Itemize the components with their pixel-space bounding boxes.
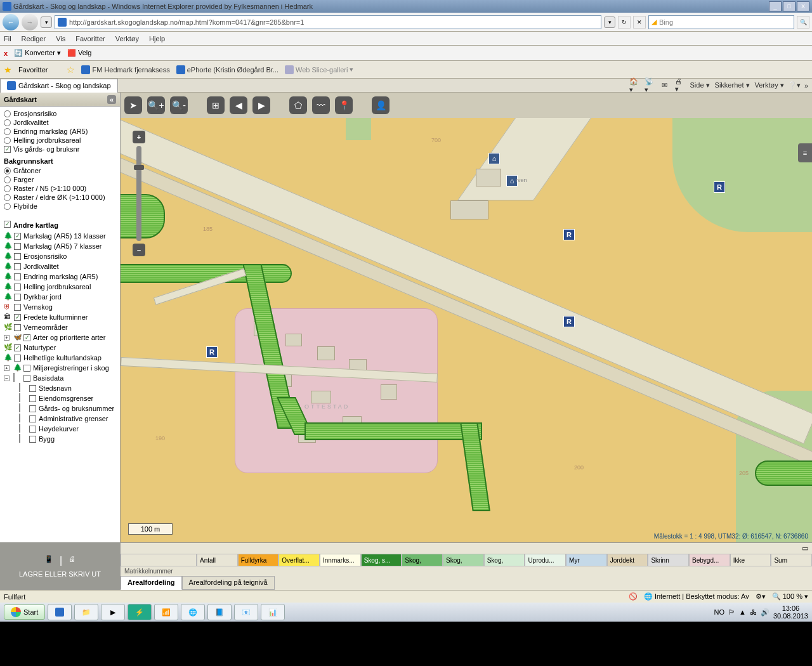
radio-rasterok[interactable]	[4, 194, 11, 201]
expand-basis[interactable]: −	[4, 375, 10, 381]
task-app2[interactable]: 📘	[207, 604, 232, 620]
tray-network-icon[interactable]: 🖧	[750, 608, 757, 616]
menu-hjelp[interactable]: Hjelp	[149, 35, 165, 42]
point-tool[interactable]: 📍	[335, 96, 353, 114]
layers-toggle[interactable]: ≡	[798, 143, 812, 162]
r-marker[interactable]: R	[563, 229, 575, 240]
tab-arealfordeling[interactable]: Arealfordeling	[121, 576, 182, 590]
menu-rediger[interactable]: Rediger	[22, 35, 46, 42]
task-explorer[interactable]: 📁	[74, 604, 98, 620]
info-tool[interactable]: 👤	[372, 96, 390, 114]
expand-arter[interactable]: +	[4, 335, 10, 341]
chk-natur[interactable]	[14, 344, 21, 351]
gear-icon[interactable]: ⚙▾	[756, 592, 766, 601]
favlink-webslice[interactable]: Web Slice-galleri ▾	[285, 65, 353, 74]
close-toolbar-icon[interactable]: x	[4, 49, 8, 57]
chk-dyrk[interactable]	[14, 294, 21, 301]
zoom-level[interactable]: 🔍 100 % ▾	[772, 592, 808, 601]
search-button[interactable]: 🔍	[797, 16, 809, 29]
fav-home-icon[interactable]: ☆	[67, 65, 75, 75]
chk-andrekartlag[interactable]	[4, 221, 11, 228]
line-tool[interactable]: 〰	[312, 96, 330, 114]
r-marker[interactable]: R	[714, 181, 725, 193]
favlink-fm[interactable]: FM Hedmark fjernaksess	[81, 65, 169, 74]
sikkerhet-menu[interactable]: Sikkerhet ▾	[715, 81, 750, 89]
system-clock[interactable]: 13:0630.08.2013	[773, 604, 808, 620]
prev-extent[interactable]: ◀	[230, 96, 247, 114]
zoom-plus[interactable]: +	[133, 131, 145, 143]
chk-m13[interactable]	[14, 233, 21, 240]
menu-vis[interactable]: Vis	[56, 35, 65, 42]
favorites-star-icon[interactable]: ★	[4, 65, 12, 75]
radio-endring[interactable]	[4, 128, 11, 135]
expand-miljo[interactable]: +	[4, 365, 10, 371]
history-dropdown[interactable]: ▾	[41, 16, 52, 28]
chk-m7[interactable]	[14, 243, 21, 250]
tray-sound-icon[interactable]: 🔊	[761, 608, 769, 617]
panel-minimize[interactable]: ▭	[121, 543, 812, 554]
task-powerpoint[interactable]: 📊	[261, 604, 285, 620]
browser-tab[interactable]: Gårdskart - Skog og landskap	[0, 79, 118, 93]
next-extent[interactable]: ▶	[252, 96, 270, 114]
task-wifi[interactable]: 📶	[154, 604, 178, 620]
chk-hell[interactable]	[14, 284, 21, 291]
tab-teignivaa[interactable]: Arealfordeling på teignivå	[182, 576, 275, 590]
chk-hoyde[interactable]	[29, 426, 36, 433]
mail-icon[interactable]: ✉	[660, 81, 670, 91]
extent-tool[interactable]: ⊞	[207, 96, 225, 114]
task-chrome[interactable]: 🌐	[181, 604, 205, 620]
refresh-button[interactable]: ↻	[618, 16, 631, 29]
tray-flag-icon[interactable]: 🏳	[728, 608, 735, 616]
rss-icon[interactable]: 📡▾	[645, 81, 655, 91]
chk-verno[interactable]	[14, 324, 21, 331]
radio-helling[interactable]	[4, 137, 11, 144]
chk-basis[interactable]	[23, 375, 30, 382]
radio-gratoner[interactable]	[4, 167, 11, 174]
task-media[interactable]: ▶	[101, 604, 125, 620]
sidebar-footer[interactable]: 📱|🖨 LAGRE ELLER SKRIV UT	[0, 542, 120, 590]
chk-gards[interactable]	[29, 405, 36, 412]
radio-farger[interactable]	[4, 176, 11, 183]
chk-arter[interactable]	[23, 334, 30, 341]
lang-indicator[interactable]: NO	[714, 608, 725, 616]
chk-endr[interactable]	[14, 273, 21, 280]
side-menu[interactable]: Side ▾	[690, 81, 710, 89]
back-button[interactable]: ←	[3, 14, 19, 30]
radio-jordkvalitet[interactable]	[4, 119, 11, 126]
stop-button[interactable]: ✕	[633, 16, 646, 29]
polygon-tool[interactable]: ⬠	[289, 96, 307, 114]
favlink-ephorte[interactable]: ePhorte (Kristin Ødegård Br...	[176, 65, 278, 74]
forward-button[interactable]: →	[22, 14, 38, 30]
radio-raster[interactable]	[4, 185, 11, 192]
map-canvas[interactable]: R R R R ⌂ ⌂ 700 185 190 200 205 OTTESTAD…	[121, 118, 812, 542]
popup-icon[interactable]: 🚫	[629, 592, 638, 601]
sidebar-collapse[interactable]: «	[107, 95, 116, 104]
addr-dropdown[interactable]: ▾	[604, 16, 615, 28]
menu-fil[interactable]: Fil	[4, 35, 11, 42]
chk-admin[interactable]	[29, 415, 36, 422]
chk-fred[interactable]	[14, 314, 21, 321]
chk-steds[interactable]	[29, 385, 36, 392]
favorites-label[interactable]: Favoritter	[18, 66, 48, 74]
start-button[interactable]: Start	[4, 604, 45, 620]
menu-verktoy[interactable]: Verktøy	[115, 35, 139, 42]
chk-eien[interactable]	[29, 395, 36, 402]
help-icon[interactable]: ❔▾	[789, 81, 799, 91]
search-box[interactable]: ◢ Bing	[648, 15, 794, 29]
zoom-out-tool[interactable]: 🔍-	[170, 96, 188, 114]
window-close[interactable]: X	[797, 1, 809, 11]
task-outlook[interactable]: 📧	[234, 604, 258, 620]
window-maximize[interactable]: □	[783, 1, 796, 11]
zoom-minus[interactable]: –	[133, 244, 145, 256]
chevron-icon[interactable]: »	[804, 82, 808, 89]
window-minimize[interactable]: _	[769, 1, 782, 11]
task-ie[interactable]	[48, 604, 72, 620]
menu-favoritter[interactable]: Favoritter	[75, 35, 105, 42]
tray-up-icon[interactable]: ▲	[739, 608, 746, 616]
chk-jord[interactable]	[14, 263, 21, 270]
zoom-handle[interactable]	[134, 165, 144, 170]
chk-vern[interactable]	[14, 304, 21, 311]
chk-bygg[interactable]	[29, 436, 36, 443]
task-app1[interactable]: ⚡	[128, 604, 152, 620]
chk-visgards[interactable]	[4, 146, 11, 153]
